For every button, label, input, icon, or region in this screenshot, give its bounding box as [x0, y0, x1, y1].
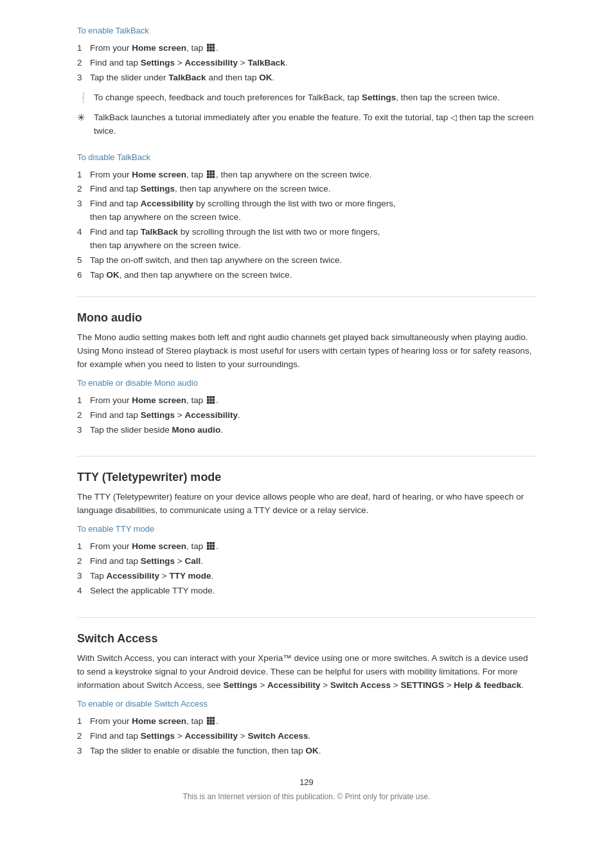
page-number: 129: [77, 777, 536, 787]
bold-settings2: SETTINGS: [400, 680, 444, 690]
list-item: 6 Tap OK, and then tap anywhere on the s…: [77, 269, 536, 282]
mono-audio-sub-section: To enable or disable Mono audio 1 From y…: [77, 378, 536, 437]
svg-rect-22: [209, 399, 212, 401]
svg-rect-0: [207, 44, 209, 46]
list-item: 3 Find and tap Accessibility by scrollin…: [77, 197, 536, 224]
mono-audio-description: The Mono audio setting makes both left a…: [77, 331, 536, 372]
svg-rect-8: [213, 50, 215, 52]
tty-mode-heading: TTY (Teletypewriter) mode: [77, 471, 536, 484]
note-settings-text: To change speech, feedback and touch pre…: [94, 91, 536, 105]
tty-mode-list: 1 From your Home screen, tap . 2 Find an…: [77, 540, 536, 598]
svg-rect-44: [213, 722, 215, 725]
svg-rect-18: [207, 396, 209, 399]
disable-talkback-section: To disable TalkBack 1 From your Home scr…: [77, 152, 536, 282]
bold-home-screen: Home screen: [132, 395, 186, 405]
bold-help-feedback: Help & feedback: [454, 680, 521, 690]
list-item: 1 From your Home screen, tap , then tap …: [77, 168, 536, 182]
enable-talkback-section: To enable TalkBack 1 From your Home scre…: [77, 26, 536, 138]
bold-talkback: TalkBack: [141, 227, 178, 237]
bold-talkback: TalkBack: [247, 58, 285, 68]
tty-mode-sub-section: To enable TTY mode 1 From your Home scre…: [77, 524, 536, 598]
tty-mode-section: TTY (Teletypewriter) mode The TTY (Telet…: [77, 456, 536, 598]
svg-rect-31: [209, 545, 212, 548]
bold-switch-access: Switch Access: [247, 731, 308, 741]
page: To enable TalkBack 1 From your Home scre…: [0, 0, 613, 868]
svg-rect-13: [209, 173, 212, 176]
bold-settings: Settings: [141, 184, 175, 194]
svg-rect-32: [213, 545, 215, 548]
back-arrow-icon: ◁: [450, 111, 457, 124]
grid-icon: [206, 395, 215, 404]
mono-audio-link[interactable]: To enable or disable Mono audio: [77, 378, 536, 388]
svg-rect-29: [213, 542, 215, 545]
bold-ok: OK: [259, 73, 272, 82]
switch-access-sub-section: To enable or disable Switch Access 1 Fro…: [77, 699, 536, 758]
list-item: 1 From your Home screen, tap .: [77, 715, 536, 728]
svg-rect-24: [207, 401, 209, 404]
bold-switch-access: Switch Access: [330, 680, 391, 690]
bold-home-screen: Home screen: [132, 170, 186, 179]
mono-audio-section: Mono audio The Mono audio setting makes …: [77, 296, 536, 437]
svg-rect-19: [209, 396, 212, 399]
svg-rect-21: [207, 399, 209, 401]
bold-ok: OK: [107, 270, 120, 280]
grid-icon: [206, 170, 215, 179]
svg-rect-33: [207, 548, 209, 550]
grid-icon: [206, 541, 215, 550]
switch-access-list: 1 From your Home screen, tap . 2 Find an…: [77, 715, 536, 758]
svg-rect-20: [213, 396, 215, 399]
bold-ok: OK: [305, 746, 318, 755]
bold-settings: Settings: [141, 410, 175, 420]
svg-rect-3: [207, 46, 209, 49]
list-item: 3 Tap the slider under TalkBack and then…: [77, 71, 536, 85]
svg-rect-16: [209, 176, 212, 178]
svg-rect-6: [207, 50, 209, 52]
svg-rect-43: [209, 722, 212, 725]
switch-access-section: Switch Access With Switch Access, you ca…: [77, 617, 536, 758]
tty-mode-link[interactable]: To enable TTY mode: [77, 524, 536, 534]
svg-rect-40: [209, 719, 212, 722]
svg-rect-42: [207, 722, 209, 725]
switch-access-heading: Switch Access: [77, 632, 536, 646]
svg-rect-38: [213, 717, 215, 719]
svg-rect-25: [209, 401, 212, 404]
svg-rect-41: [213, 719, 215, 722]
bold-home-screen: Home screen: [132, 716, 186, 726]
bold-settings: Settings: [141, 58, 175, 68]
grid-icon: [206, 43, 215, 52]
svg-rect-2: [213, 44, 215, 46]
bold-accessibility: Accessibility: [141, 199, 194, 208]
grid-icon: [206, 716, 215, 725]
disable-talkback-link[interactable]: To disable TalkBack: [77, 152, 536, 162]
svg-rect-12: [207, 173, 209, 176]
list-item: 2 Find and tap Settings > Call.: [77, 555, 536, 568]
svg-rect-36: [207, 717, 209, 719]
bold-call: Call: [184, 556, 200, 566]
list-item: 2 Find and tap Settings, then tap anywhe…: [77, 183, 536, 196]
svg-rect-17: [213, 176, 215, 178]
bold-home-screen: Home screen: [132, 43, 186, 53]
svg-rect-7: [209, 50, 212, 52]
enable-talkback-link[interactable]: To enable TalkBack: [77, 26, 536, 35]
bold-accessibility: Accessibility: [184, 410, 238, 420]
list-item: 3 Tap the slider to enable or disable th…: [77, 745, 536, 758]
list-item: 1 From your Home screen, tap .: [77, 42, 536, 55]
svg-rect-11: [213, 170, 215, 173]
bold-settings: Settings: [141, 731, 175, 741]
list-item: 3 Tap the slider beside Mono audio.: [77, 424, 536, 437]
svg-rect-4: [209, 46, 212, 49]
sun-icon: ✳: [77, 112, 94, 123]
list-item: 2 Find and tap Settings > Accessibility …: [77, 57, 536, 70]
bold-settings: Settings: [223, 680, 257, 690]
exclamation-icon: ❕: [77, 92, 94, 104]
svg-rect-5: [213, 46, 215, 49]
enable-talkback-list: 1 From your Home screen, tap . 2 Find an…: [77, 42, 536, 85]
bold-accessibility: Accessibility: [267, 680, 321, 690]
note-tutorial-text: TalkBack launches a tutorial immediately…: [94, 111, 536, 138]
svg-rect-10: [209, 170, 212, 173]
mono-audio-heading: Mono audio: [77, 311, 536, 325]
switch-access-link[interactable]: To enable or disable Switch Access: [77, 699, 536, 709]
disable-talkback-list: 1 From your Home screen, tap , then tap …: [77, 168, 536, 282]
svg-rect-37: [209, 717, 212, 719]
svg-rect-9: [207, 170, 209, 173]
